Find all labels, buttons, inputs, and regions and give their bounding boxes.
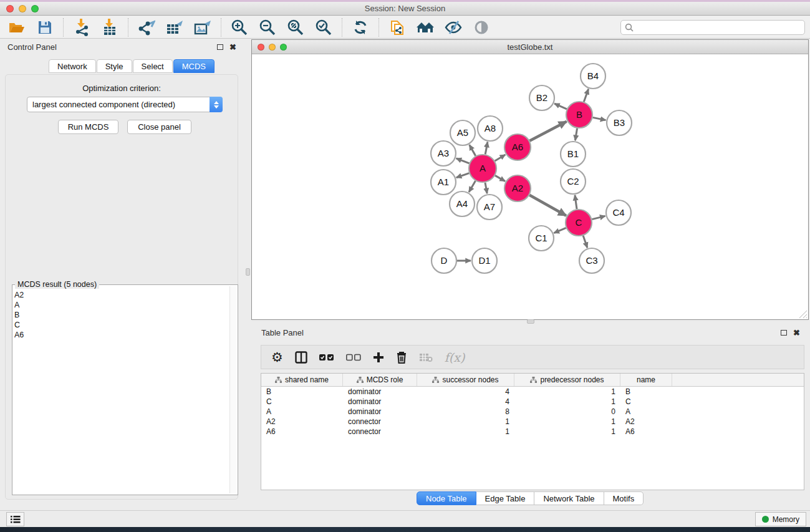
tab-network[interactable]: Network xyxy=(49,59,96,73)
table-row[interactable]: Cdominator41C xyxy=(261,397,804,407)
zoom-selected-icon[interactable] xyxy=(312,18,335,37)
table-cell[interactable]: A xyxy=(261,407,343,417)
table-settings-gear-icon[interactable]: ⚙ xyxy=(271,351,283,364)
show-graphics-eye-icon[interactable] xyxy=(470,18,493,37)
criterion-dropdown[interactable]: largest connected component (directed) xyxy=(27,97,223,112)
add-column-icon[interactable] xyxy=(373,352,384,363)
column-header-shared-name[interactable]: shared name xyxy=(261,374,343,386)
list-scrollbar[interactable] xyxy=(229,286,236,493)
table-row[interactable]: A2connector11A2 xyxy=(261,417,804,427)
open-session-icon[interactable] xyxy=(5,18,29,37)
table-cell[interactable]: C xyxy=(261,397,343,407)
delete-columns-trash-icon[interactable] xyxy=(396,351,407,364)
table-row[interactable]: Bdominator41B xyxy=(261,387,804,397)
select-all-checkboxes-icon[interactable] xyxy=(319,354,334,361)
table-cell[interactable]: 1 xyxy=(514,387,620,397)
graph-edge-B-B2[interactable] xyxy=(554,104,567,109)
clone-network-icon[interactable] xyxy=(385,18,409,37)
graph-edge-A-A2[interactable] xyxy=(495,175,505,181)
mcds-result-list[interactable]: A2ABCA6 xyxy=(14,290,229,493)
network-graph[interactable]: AA6A2BCA5A8A3A1A4A7B2B4B3B1C2C4C1C3DD1 xyxy=(253,54,809,319)
graph-edge-C-C3[interactable] xyxy=(583,236,587,248)
mcds-result-item[interactable]: B xyxy=(14,310,229,320)
graph-edge-A2-C[interactable] xyxy=(529,195,566,216)
export-table-icon[interactable] xyxy=(163,18,186,37)
graph-edge-C-C1[interactable] xyxy=(554,228,566,233)
graph-edge-A-A1[interactable] xyxy=(456,173,470,178)
table-cell[interactable]: 1 xyxy=(417,427,514,437)
graph-edge-A-A4[interactable] xyxy=(469,181,475,192)
table-cell[interactable]: B xyxy=(620,387,672,397)
run-mcds-button[interactable]: Run MCDS xyxy=(58,120,118,134)
graph-edge-B-B3[interactable] xyxy=(593,117,606,120)
column-view-icon[interactable] xyxy=(295,351,307,364)
tab-mcds[interactable]: MCDS xyxy=(173,59,215,73)
table-cell[interactable]: A2 xyxy=(620,417,672,427)
search-field[interactable] xyxy=(620,20,805,35)
graph-edge-C-C4[interactable] xyxy=(592,216,605,219)
task-history-button[interactable] xyxy=(6,512,24,526)
memory-button[interactable]: Memory xyxy=(755,512,806,526)
graph-edge-B-B4[interactable] xyxy=(584,89,588,102)
table-cell[interactable]: A6 xyxy=(261,427,343,437)
export-network-icon[interactable] xyxy=(135,18,158,37)
table-cell[interactable]: 8 xyxy=(417,407,514,417)
zoom-fit-icon[interactable] xyxy=(284,18,307,37)
tab-edge-table[interactable]: Edge Table xyxy=(476,491,535,505)
import-table-icon[interactable] xyxy=(98,18,122,37)
table-cell[interactable]: 0 xyxy=(514,407,620,417)
table-cell[interactable]: 1 xyxy=(417,417,514,427)
mcds-result-item[interactable]: A xyxy=(14,300,229,310)
deselect-checkboxes-icon[interactable] xyxy=(346,354,361,361)
tab-node-table[interactable]: Node Table xyxy=(417,491,476,505)
table-cell[interactable]: connector xyxy=(343,427,417,437)
table-cell[interactable]: B xyxy=(261,387,343,397)
import-network-icon[interactable] xyxy=(70,18,94,37)
table-cell[interactable]: dominator xyxy=(343,387,417,397)
tab-style[interactable]: Style xyxy=(97,59,132,73)
graph-edge-A-A7[interactable] xyxy=(485,183,487,194)
home-icon[interactable] xyxy=(413,18,437,37)
column-header-mcds-role[interactable]: MCDS role xyxy=(343,374,417,386)
tab-network-table[interactable]: Network Table xyxy=(534,491,604,505)
tab-select[interactable]: Select xyxy=(133,59,173,73)
close-panel-button[interactable]: Close panel xyxy=(127,120,191,134)
column-header-name[interactable]: name xyxy=(620,374,672,386)
tab-motifs[interactable]: Motifs xyxy=(604,491,644,505)
mcds-result-item[interactable]: A6 xyxy=(14,330,229,340)
refresh-icon[interactable] xyxy=(349,18,372,37)
horizontal-splitter-handle[interactable] xyxy=(527,319,534,324)
table-cell[interactable]: 1 xyxy=(514,417,620,427)
zoom-in-icon[interactable] xyxy=(228,18,251,37)
table-cell[interactable]: 1 xyxy=(514,397,620,407)
export-image-icon[interactable] xyxy=(191,18,215,37)
mcds-result-item[interactable]: C xyxy=(14,320,229,330)
float-table-panel-icon[interactable] xyxy=(781,330,787,336)
vertical-splitter-handle[interactable] xyxy=(246,268,250,276)
table-cell[interactable]: dominator xyxy=(343,397,417,407)
mcds-result-item[interactable]: A2 xyxy=(14,290,229,300)
graph-edge-C-C2[interactable] xyxy=(575,195,577,209)
table-row[interactable]: Adominator80A xyxy=(261,407,804,417)
close-panel-icon[interactable]: ✖ xyxy=(229,43,236,51)
column-header-predecessor-nodes[interactable]: predecessor nodes xyxy=(514,374,620,386)
search-input[interactable] xyxy=(636,23,801,32)
table-cell[interactable]: A xyxy=(620,407,672,417)
close-table-panel-icon[interactable]: ✖ xyxy=(793,329,800,337)
graph-edge-A-A5[interactable] xyxy=(470,145,476,156)
table-cell[interactable]: A6 xyxy=(620,427,672,437)
save-session-icon[interactable] xyxy=(33,18,57,37)
table-cell[interactable]: 4 xyxy=(417,387,514,397)
table-row[interactable]: A6connector11A6 xyxy=(261,427,804,437)
table-cell[interactable]: 1 xyxy=(514,427,620,437)
float-panel-icon[interactable] xyxy=(217,44,223,50)
table-cell[interactable]: 4 xyxy=(417,397,514,407)
graph-edge-A-A6[interactable] xyxy=(495,155,506,161)
graph-edge-A-A3[interactable] xyxy=(456,158,470,163)
table-cell[interactable]: C xyxy=(620,397,672,407)
graph-edge-A6-B[interactable] xyxy=(529,122,566,141)
table-cell[interactable]: connector xyxy=(343,417,417,427)
table-cell[interactable]: dominator xyxy=(343,407,417,417)
hide-annotations-eye-icon[interactable] xyxy=(441,18,465,37)
column-header-successor-nodes[interactable]: successor nodes xyxy=(417,374,514,386)
